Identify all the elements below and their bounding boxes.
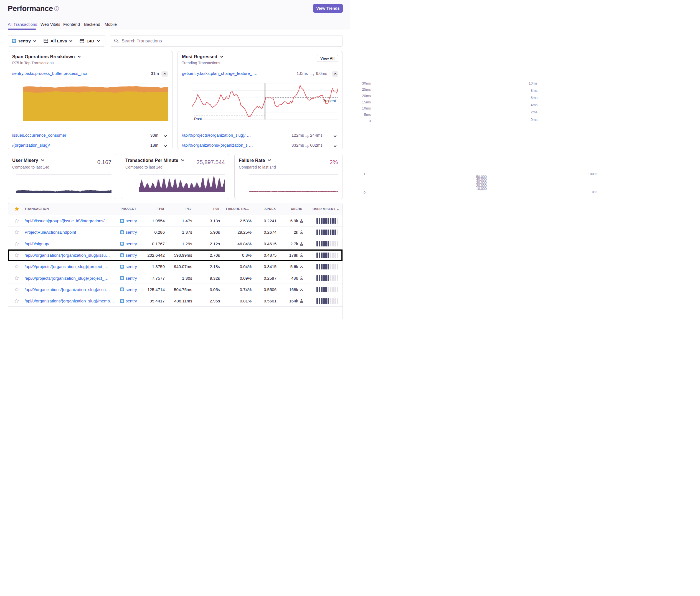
svg-text:?: ? bbox=[56, 7, 57, 10]
